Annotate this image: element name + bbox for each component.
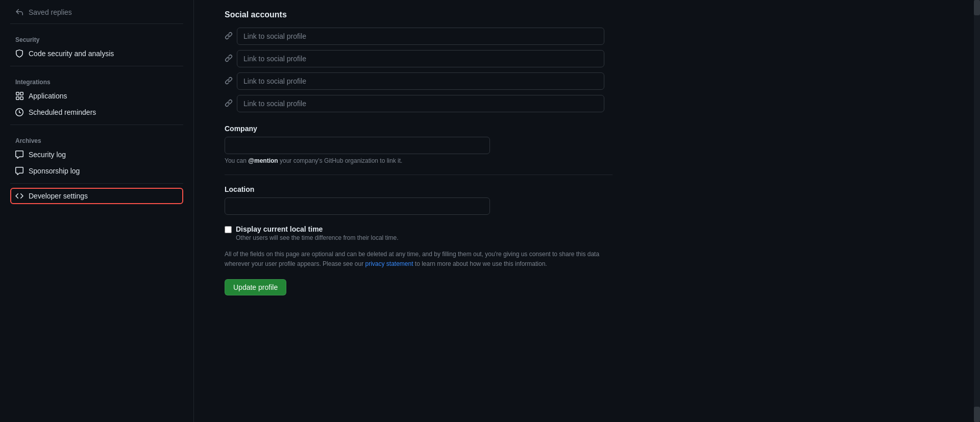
applications-label: Applications [29, 92, 67, 100]
code-security-label: Code security and analysis [29, 49, 114, 58]
social-input-row-1 [225, 28, 623, 45]
social-input-1[interactable] [237, 28, 604, 45]
privacy-text: All of the fields on this page are optio… [225, 250, 612, 269]
location-group: Location [225, 185, 623, 215]
location-input[interactable] [225, 197, 490, 215]
sidebar-divider-1 [10, 23, 183, 24]
social-input-4[interactable] [237, 95, 604, 112]
security-log-label: Security log [29, 151, 66, 159]
apps-icon [15, 92, 23, 100]
clock-icon [15, 108, 23, 116]
company-hint-prefix: You can [225, 157, 248, 164]
sidebar-section-security: Security [10, 28, 183, 45]
social-input-row-2 [225, 50, 623, 67]
code-icon [15, 192, 23, 200]
company-group: Company You can @mention your company's … [225, 125, 623, 164]
social-input-3[interactable] [237, 72, 604, 90]
company-hint: You can @mention your company's GitHub o… [225, 157, 623, 164]
display-time-row: Display current local time Other users w… [225, 225, 623, 241]
social-input-row-4 [225, 95, 623, 112]
display-time-hint: Other users will see the time difference… [236, 234, 399, 241]
display-time-checkbox[interactable] [225, 226, 232, 233]
social-input-2[interactable] [237, 50, 604, 67]
sidebar: Saved replies Security Code security and… [0, 0, 194, 422]
social-accounts-title: Social accounts [225, 10, 623, 19]
link-icon-2 [225, 54, 233, 64]
main-content: Social accounts [194, 0, 653, 422]
divider-company-location [225, 175, 612, 175]
scrollbar-track[interactable] [974, 0, 980, 422]
sidebar-item-developer-settings[interactable]: Developer settings [10, 188, 183, 204]
log-icon-sponsorship [15, 167, 23, 175]
sidebar-item-saved-replies[interactable]: Saved replies [10, 5, 183, 19]
sidebar-item-code-security[interactable]: Code security and analysis [10, 45, 183, 62]
shield-icon [15, 49, 23, 58]
sidebar-divider-3 [10, 125, 183, 125]
sidebar-item-security-log[interactable]: Security log [10, 146, 183, 163]
reply-icon [15, 8, 23, 16]
sidebar-item-applications[interactable]: Applications [10, 88, 183, 104]
sidebar-item-sponsorship-log[interactable]: Sponsorship log [10, 163, 183, 179]
scheduled-reminders-label: Scheduled reminders [29, 108, 96, 116]
developer-settings-label: Developer settings [29, 192, 88, 200]
sidebar-section-integrations: Integrations [10, 70, 183, 88]
social-input-row-3 [225, 72, 623, 90]
company-input[interactable] [225, 137, 490, 154]
sidebar-divider-4 [10, 183, 183, 184]
sidebar-divider-2 [10, 66, 183, 66]
saved-replies-label: Saved replies [29, 8, 72, 16]
company-hint-mention: @mention [248, 157, 278, 164]
link-icon-1 [225, 32, 233, 41]
sidebar-section-archives: Archives [10, 129, 183, 146]
update-profile-button[interactable]: Update profile [225, 279, 286, 295]
privacy-link[interactable]: privacy statement [365, 260, 413, 267]
display-time-text-block: Display current local time Other users w… [236, 225, 399, 241]
company-label: Company [225, 125, 623, 133]
link-icon-3 [225, 77, 233, 86]
scrollbar-thumb-top[interactable] [974, 0, 980, 15]
link-icon-4 [225, 99, 233, 109]
sidebar-item-scheduled-reminders[interactable]: Scheduled reminders [10, 104, 183, 120]
sponsorship-log-label: Sponsorship log [29, 167, 80, 175]
display-time-label[interactable]: Display current local time [236, 225, 323, 233]
scrollbar-thumb-bottom[interactable] [974, 407, 980, 422]
social-accounts-section: Social accounts [225, 10, 623, 112]
privacy-suffix: to learn more about how we use this info… [413, 260, 547, 267]
location-label: Location [225, 185, 623, 193]
company-hint-suffix: your company's GitHub organization to li… [278, 157, 403, 164]
log-icon-security [15, 151, 23, 159]
